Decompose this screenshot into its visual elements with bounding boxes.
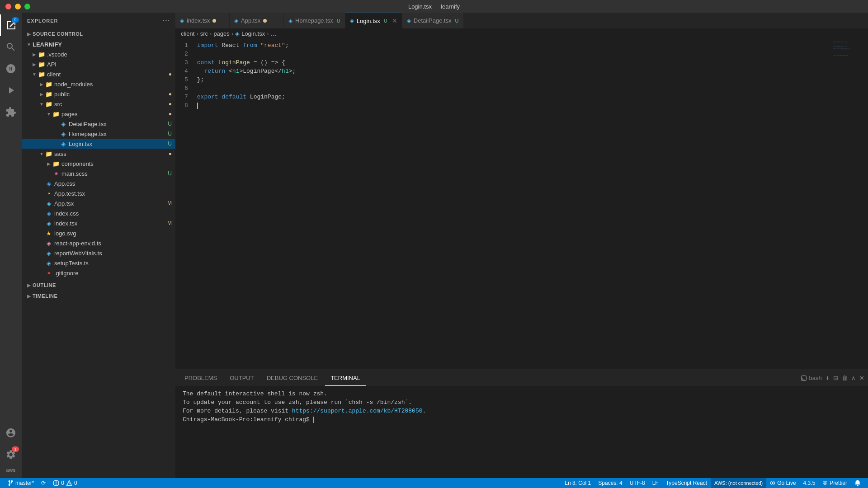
tab-app-tsx[interactable]: ◈ App.tsx (230, 13, 284, 28)
src-label: src (54, 101, 169, 108)
activity-explorer[interactable]: 9 (0, 14, 22, 36)
tree-item-client[interactable]: ▼ 📁 client ● (22, 69, 175, 79)
add-terminal-icon[interactable]: + (826, 374, 830, 382)
panel-close-icon[interactable]: ✕ (859, 375, 864, 381)
panel: PROBLEMS OUTPUT DEBUG CONSOLE TERMINAL $… (175, 370, 868, 478)
file-icon: ◈ (288, 18, 292, 24)
tree-item-indextsx[interactable]: ▶ ◈ index.tsx M (22, 218, 175, 228)
tab-debug-console[interactable]: DEBUG CONSOLE (261, 370, 323, 386)
tree-item-appcss[interactable]: ▶ ◈ App.css (22, 178, 175, 188)
status-version[interactable]: 4.3.5 (800, 478, 819, 488)
tree-item-src[interactable]: ▼ 📁 src ● (22, 99, 175, 109)
code-editor[interactable]: import React from "react"; const LoginPa… (193, 39, 832, 370)
explorer-menu-icon[interactable]: ⋯ (162, 16, 170, 25)
panel-chevron-up[interactable]: ∧ (851, 375, 856, 381)
tree-item-sass[interactable]: ▼ 📁 sass ● (22, 149, 175, 159)
tab-homepage-tsx[interactable]: ◈ Homepage.tsx U (284, 13, 345, 28)
status-aws[interactable]: AWS: (not connected) (711, 478, 766, 488)
tree-item-reportweb[interactable]: ▶ ◈ reportWebVitals.ts (22, 248, 175, 258)
file-icon: ◈ (60, 120, 67, 127)
tab-problems[interactable]: PROBLEMS (179, 370, 222, 386)
breadcrumb-pages[interactable]: pages (213, 30, 229, 37)
editor-content[interactable]: 1 2 3 4 5 6 7 8 import React from "react… (175, 39, 832, 370)
source-control-section[interactable]: ▶ SOURCE CONTROL (22, 28, 175, 39)
tree-item-gitignore[interactable]: ▶ ⁕ .gitignore (22, 268, 175, 278)
file-tree: ▶ SOURCE CONTROL ▼ LEARNIFY ▶ 📁 .vscode … (22, 28, 175, 478)
minimize-button[interactable] (15, 4, 21, 9)
learnify-chevron: ▼ (25, 41, 33, 48)
terminal-link[interactable]: https://support.apple.com/kb/HT208050 (292, 408, 423, 414)
status-position[interactable]: Ln 8, Col 1 (561, 478, 594, 488)
project-root[interactable]: ▼ LEARNIFY (22, 39, 175, 49)
breadcrumb-client[interactable]: client (181, 30, 194, 37)
terminal-content[interactable]: The default interactive shell is now zsh… (175, 386, 868, 478)
activity-run[interactable] (0, 80, 22, 101)
maximize-button[interactable] (24, 4, 30, 9)
tree-item-indexcss[interactable]: ▶ ◈ index.css (22, 208, 175, 218)
tree-item-components[interactable]: ▶ 📁 components (22, 159, 175, 169)
tree-item-logosvg[interactable]: ▶ ★ logo.svg (22, 228, 175, 238)
breadcrumb-ellipsis[interactable]: … (271, 30, 277, 37)
breadcrumb-file-icon: ◈ (235, 30, 240, 37)
status-sync[interactable]: ⟳ (38, 478, 49, 488)
window-controls[interactable] (5, 4, 30, 9)
tab-terminal[interactable]: TERMINAL (325, 370, 366, 386)
status-branch[interactable]: master* (4, 478, 38, 488)
tree-item-login[interactable]: ▶ ◈ Login.tsx U (22, 139, 175, 149)
tree-item-main-scss[interactable]: ▶ ⁕ main.scss U (22, 169, 175, 178)
file-icon: ◈ (45, 180, 52, 187)
tab-index-tsx[interactable]: ◈ index.tsx (175, 13, 230, 28)
apptest-label: App.test.tsx (54, 190, 175, 197)
outline-section[interactable]: ▶ OUTLINE (22, 280, 175, 291)
tree-item-reactappenv[interactable]: ▶ ◈ react-app-env.d.ts (22, 238, 175, 248)
split-terminal-icon[interactable]: ⊟ (833, 375, 838, 381)
untracked-indicator: U (384, 18, 387, 23)
tree-item-node-modules[interactable]: ▶ 📁 node_modules (22, 79, 175, 89)
logosvg-label: logo.svg (54, 230, 175, 237)
status-bell[interactable] (851, 478, 864, 488)
tree-item-homepage[interactable]: ▶ ◈ Homepage.tsx U (22, 129, 175, 139)
breadcrumb-login[interactable]: Login.tsx (241, 30, 265, 37)
titlebar: Login.tsx — learnify (0, 0, 868, 13)
status-line-ending[interactable]: LF (649, 478, 662, 488)
tree-item-apptsx[interactable]: ▶ ◈ App.tsx M (22, 198, 175, 208)
login-label: Login.tsx (69, 141, 168, 147)
tree-item-apptest[interactable]: ▶ ⁍ App.test.tsx (22, 188, 175, 198)
activity-source-control[interactable] (0, 58, 22, 80)
aws-text: AWS: (not connected) (714, 480, 763, 486)
explorer-label: EXPLORER (27, 18, 58, 23)
svg-text:$_: $_ (802, 377, 805, 380)
outline-chevron: ▶ (25, 282, 33, 289)
timeline-section[interactable]: ▶ TIMELINE (22, 291, 175, 301)
tree-item-vscode[interactable]: ▶ 📁 .vscode (22, 49, 175, 59)
kill-terminal-icon[interactable]: 🗑 (842, 375, 848, 381)
close-button[interactable] (5, 4, 11, 9)
tree-item-detailpage[interactable]: ▶ ◈ DetailPage.tsx U (22, 119, 175, 129)
status-go-live[interactable]: Go Live (766, 478, 799, 488)
tab-login-tsx[interactable]: ◈ Login.tsx U ✕ (345, 13, 402, 28)
folder-icon: 📁 (52, 160, 60, 167)
tab-output[interactable]: OUTPUT (224, 370, 259, 386)
main-scss-label: main.scss (61, 170, 168, 177)
tab-close-button[interactable]: ✕ (392, 17, 397, 24)
tree-item-pages[interactable]: ▼ 📁 pages ● (22, 109, 175, 119)
tree-item-api[interactable]: ▶ 📁 API (22, 59, 175, 69)
code-line-1: import React from "react"; (197, 41, 832, 50)
tree-item-public[interactable]: ▶ 📁 public ● (22, 89, 175, 99)
tab-detailpage-tsx[interactable]: ◈ DetailPage.tsx U (402, 13, 464, 28)
status-prettier[interactable]: Prettier (819, 478, 851, 488)
status-language[interactable]: TypeScript React (662, 478, 711, 488)
status-spaces[interactable]: Spaces: 4 (594, 478, 626, 488)
status-errors[interactable]: 0 0 (49, 478, 80, 488)
untracked-indicator: U (455, 18, 459, 23)
bash-label: $_ bash (801, 375, 821, 381)
status-encoding[interactable]: UTF-8 (626, 478, 649, 488)
breadcrumb-src[interactable]: src (200, 30, 208, 37)
apptsx-badge: M (167, 200, 172, 206)
tree-item-setuptests[interactable]: ▶ ◈ setupTests.ts (22, 258, 175, 268)
activity-extensions[interactable] (0, 101, 22, 123)
encoding-text: UTF-8 (630, 480, 645, 486)
activity-search[interactable] (0, 36, 22, 58)
activity-settings[interactable]: 1 (0, 444, 22, 465)
activity-account[interactable] (0, 422, 22, 444)
